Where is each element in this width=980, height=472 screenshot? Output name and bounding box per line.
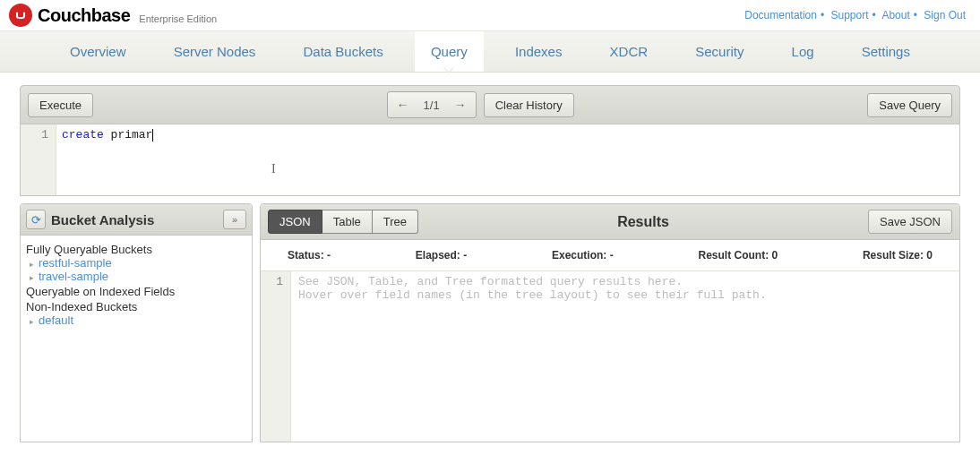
bucket-group-indexed: Queryable on Indexed Fields — [26, 285, 246, 298]
brand: Couchbase Enterprise Edition — [9, 4, 217, 27]
nav-xdcr[interactable]: XDCR — [594, 31, 665, 72]
save-json-button[interactable]: Save JSON — [868, 210, 952, 234]
query-toolbar: Execute ← 1/1 → Clear History Save Query — [20, 85, 960, 124]
bucket-item-travel-sample[interactable]: ▸travel-sample — [26, 270, 246, 283]
stat-execution: Execution: - — [552, 249, 614, 262]
collapse-button[interactable]: » — [223, 210, 246, 229]
chevron-right-icon: » — [232, 214, 237, 225]
execute-button[interactable]: Execute — [28, 93, 93, 117]
nav-indexes[interactable]: Indexes — [499, 31, 579, 72]
nav-security[interactable]: Security — [679, 31, 760, 72]
save-query-button[interactable]: Save Query — [867, 93, 952, 117]
top-links: Documentation• Support• About• Sign Out — [744, 9, 966, 21]
link-sign-out[interactable]: Sign Out — [924, 9, 966, 21]
refresh-button[interactable]: ⟳ — [26, 210, 46, 229]
bucket-analysis-panel: ⟳ Bucket Analysis » Fully Queryable Buck… — [20, 203, 253, 442]
bucket-item-restful-sample[interactable]: ▸restful-sample — [26, 256, 246, 270]
tab-tree[interactable]: Tree — [373, 210, 418, 234]
stat-status: Status: - — [288, 249, 331, 262]
editor-keyword: create — [62, 128, 104, 142]
tab-table[interactable]: Table — [322, 210, 373, 234]
nav-server-nodes[interactable]: Server Nodes — [158, 31, 272, 72]
results-tab-group: JSON Table Tree — [268, 210, 418, 234]
tab-json[interactable]: JSON — [268, 210, 322, 234]
results-placeholder: See JSON, Table, and Tree formatted quer… — [291, 271, 959, 442]
ibeam-cursor-icon: I — [271, 162, 276, 176]
nav-log[interactable]: Log — [776, 31, 830, 72]
editor-code-area[interactable]: create primar I — [56, 124, 959, 195]
history-prev-button[interactable]: ← — [391, 95, 415, 115]
results-placeholder-line: See JSON, Table, and Tree formatted quer… — [298, 275, 683, 288]
history-nav: ← 1/1 → — [387, 91, 477, 118]
bucket-analysis-title: Bucket Analysis — [51, 212, 218, 227]
results-gutter: 1 — [261, 271, 291, 442]
bucket-group-fully-queryable: Fully Queryable Buckets — [26, 243, 246, 256]
bucket-item-label: default — [39, 313, 73, 327]
link-about[interactable]: About — [881, 9, 909, 21]
link-documentation[interactable]: Documentation — [744, 9, 817, 21]
editor-text: primar — [104, 128, 153, 142]
triangle-icon: ▸ — [30, 273, 39, 282]
nav-query[interactable]: Query — [415, 31, 484, 72]
editor-gutter: 1 — [21, 124, 56, 195]
stat-result-size: Result Size: 0 — [863, 249, 933, 262]
bucket-group-non-indexed: Non-Indexed Buckets — [26, 300, 246, 313]
nav-data-buckets[interactable]: Data Buckets — [288, 31, 400, 72]
logo-icon — [9, 4, 32, 27]
history-page-indicator: 1/1 — [424, 99, 440, 112]
stat-result-count: Result Count: 0 — [698, 249, 778, 262]
nav-overview[interactable]: Overview — [54, 31, 142, 72]
query-editor[interactable]: 1 create primar I — [20, 124, 960, 196]
results-stats: Status: - Elapsed: - Execution: - Result… — [261, 240, 959, 271]
editor-line-number: 1 — [21, 128, 48, 142]
link-support[interactable]: Support — [830, 9, 868, 21]
clear-history-button[interactable]: Clear History — [484, 93, 574, 117]
text-cursor-icon — [152, 129, 153, 142]
history-next-button[interactable]: → — [449, 95, 472, 115]
nav-settings[interactable]: Settings — [846, 31, 926, 72]
brand-edition: Enterprise Edition — [139, 13, 217, 27]
results-line-number: 1 — [261, 275, 283, 288]
brand-name: Couchbase — [38, 5, 130, 26]
triangle-icon: ▸ — [30, 260, 39, 269]
stat-elapsed: Elapsed: - — [416, 249, 467, 262]
main-nav: Overview Server Nodes Data Buckets Query… — [0, 30, 980, 73]
results-placeholder-line: Hover over field names (in the tree layo… — [298, 288, 767, 302]
bucket-item-default[interactable]: ▸default — [26, 313, 246, 327]
bucket-item-label: restful-sample — [39, 256, 112, 270]
results-title: Results — [426, 214, 861, 230]
results-panel: JSON Table Tree Results Save JSON Status… — [260, 203, 960, 442]
triangle-icon: ▸ — [30, 317, 39, 326]
bucket-item-label: travel-sample — [39, 270, 108, 283]
refresh-icon: ⟳ — [31, 213, 41, 227]
